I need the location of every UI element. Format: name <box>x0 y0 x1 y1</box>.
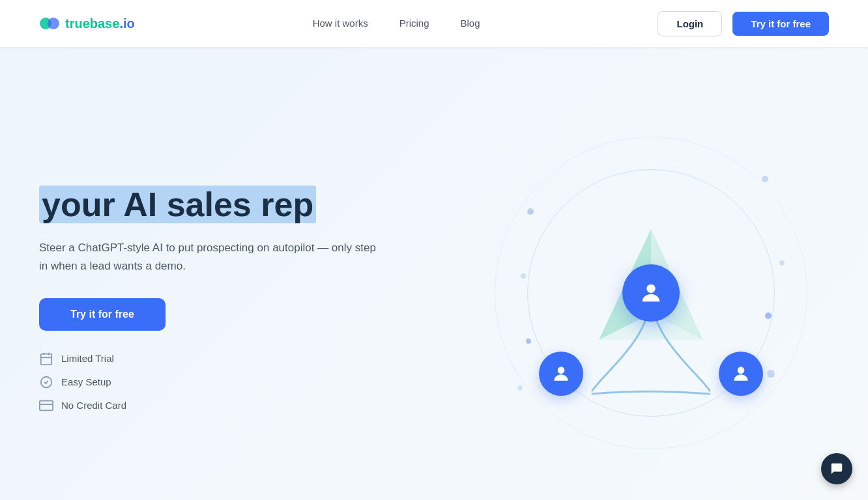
svg-rect-7 <box>40 400 53 410</box>
user-icon-right <box>731 363 751 384</box>
logo-text: truebase.io <box>65 16 135 31</box>
svg-point-12 <box>647 285 656 293</box>
nav-links: How it works Pricing Blog <box>313 18 480 29</box>
dot-3 <box>762 176 768 182</box>
nav-item-how-it-works[interactable]: How it works <box>313 18 368 29</box>
calendar-icon <box>39 352 53 366</box>
avatar-bottom-left <box>539 352 583 396</box>
feature-limited-trial: Limited Trial <box>39 352 474 366</box>
svg-point-14 <box>738 367 745 374</box>
features-list: Limited Trial Easy Setup No Credit Card <box>39 352 474 413</box>
svg-point-1 <box>48 18 59 29</box>
hero-heading-highlight: your AI sales rep <box>39 186 316 223</box>
user-icon-left <box>551 363 571 384</box>
hero-illustration <box>474 143 829 443</box>
user-icon-center <box>638 280 664 306</box>
hero-subtext: Steer a ChatGPT-style AI to put prospect… <box>39 239 378 274</box>
illustration-container <box>514 143 788 443</box>
avatar-bottom-right <box>719 352 763 396</box>
nav-try-button[interactable]: Try it for free <box>732 12 829 36</box>
logo-icon <box>39 13 60 34</box>
nav-item-blog[interactable]: Blog <box>461 18 480 29</box>
check-circle-icon <box>39 375 53 389</box>
hero-cta-button[interactable]: Try it for free <box>39 298 166 331</box>
nav-item-pricing[interactable]: Pricing <box>399 18 429 29</box>
navbar: truebase.io How it works Pricing Blog Lo… <box>0 0 868 47</box>
nav-actions: Login Try it for free <box>658 11 829 36</box>
chat-widget[interactable] <box>821 453 852 484</box>
feature-easy-setup: Easy Setup <box>39 375 474 389</box>
svg-point-13 <box>558 367 565 374</box>
svg-rect-2 <box>41 354 52 365</box>
feature-no-credit-card: No Credit Card <box>39 398 474 413</box>
chat-icon <box>830 462 844 476</box>
avatar-center <box>622 264 680 322</box>
hero-left: your AI sales rep Steer a ChatGPT-style … <box>39 173 474 413</box>
hero-heading: your AI sales rep <box>39 186 474 223</box>
login-button[interactable]: Login <box>658 11 722 36</box>
dot-6 <box>517 385 523 391</box>
credit-card-icon <box>39 398 53 413</box>
hero-section: your AI sales rep Steer a ChatGPT-style … <box>0 47 868 500</box>
logo[interactable]: truebase.io <box>39 13 135 34</box>
